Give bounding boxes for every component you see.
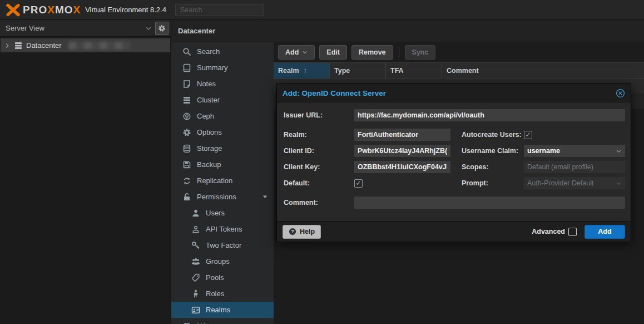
chevron-right-icon[interactable]	[4, 42, 11, 49]
add-button[interactable]: Add	[278, 45, 315, 60]
sidebar-item-two-factor[interactable]: Two Factor	[171, 237, 274, 253]
dialog-add-button[interactable]: Add	[584, 225, 625, 239]
chevron-down-icon	[302, 50, 308, 55]
advanced-checkbox[interactable]	[568, 228, 577, 236]
sidebar-item-backup[interactable]: Backup	[171, 156, 274, 173]
dialog-title: Add: OpenID Connect Server	[283, 89, 386, 97]
question-circle-icon	[289, 228, 296, 235]
dialog-field-grid: Realm: Autocreate Users: Client ID: User…	[284, 129, 625, 189]
issuer-url-row: Issuer URL:	[284, 109, 625, 121]
sync-button[interactable]: Sync	[405, 45, 436, 60]
unlock-icon	[182, 193, 191, 202]
toolbar-separator	[399, 47, 399, 57]
replication-icon	[182, 176, 191, 185]
prompt-label: Prompt:	[462, 179, 532, 187]
chevron-down-icon	[616, 148, 622, 154]
top-header: PROXMOX Virtual Environment 8.2.4	[0, 0, 644, 20]
client-id-label: Client ID:	[284, 147, 354, 155]
sidebar-item-ceph[interactable]: Ceph	[171, 108, 274, 124]
default-label: Default:	[284, 179, 354, 187]
backup-icon	[182, 160, 191, 169]
column-header-tfa[interactable]: TFA	[386, 63, 442, 78]
realms-toolbar: Add Edit Remove Sync	[274, 42, 644, 62]
advanced-label: Advanced	[532, 228, 565, 235]
sidebar-item-realms[interactable]: Realms	[171, 302, 274, 318]
storage-icon	[182, 144, 191, 153]
sidebar-item-permissions[interactable]: Permissions	[171, 189, 274, 205]
tree-item-label: Datacenter	[26, 41, 62, 50]
issuer-url-label: Issuer URL:	[284, 111, 354, 119]
redacted-node-name	[68, 42, 131, 50]
comment-row: Comment:	[284, 197, 625, 209]
close-icon[interactable]	[616, 89, 625, 98]
view-selector-label: Server View	[6, 24, 44, 32]
edit-button[interactable]: Edit	[319, 45, 347, 60]
autocreate-users-checkbox[interactable]	[524, 131, 532, 139]
user-o-icon	[191, 225, 200, 234]
username-claim-select[interactable]: username	[524, 145, 625, 157]
sidebar-item-options[interactable]: Options	[171, 124, 274, 140]
gear-icon	[182, 128, 191, 137]
scopes-label: Scopes:	[462, 163, 532, 171]
sidebar-item-ha[interactable]: HA	[171, 318, 274, 324]
datacenter-menu: SearchSummaryNotesClusterCephOptionsStor…	[171, 42, 274, 324]
datacenter-icon	[14, 41, 23, 50]
autocreate-users-label: Autocreate Users:	[462, 131, 532, 139]
tag-icon	[191, 273, 200, 282]
sidebar-item-search[interactable]: Search	[171, 43, 274, 60]
sidebar-item-users[interactable]: Users	[171, 205, 274, 221]
chevron-down-icon	[145, 25, 152, 32]
prompt-select[interactable]: Auth-Provider Default	[524, 177, 625, 189]
client-key-input[interactable]	[354, 161, 450, 173]
column-header-comment[interactable]: Comment	[442, 63, 644, 78]
remove-button[interactable]: Remove	[351, 45, 393, 60]
male-icon	[191, 289, 200, 298]
page-title: Datacenter	[178, 27, 215, 35]
left-panel: Server View Datacenter	[0, 20, 171, 324]
client-id-input[interactable]	[354, 145, 450, 157]
sidebar-item-api-tokens[interactable]: API Tokens	[171, 221, 274, 237]
ceph-icon	[182, 112, 191, 121]
tree-settings-button[interactable]	[155, 22, 169, 35]
view-selector[interactable]: Server View	[6, 22, 152, 35]
view-selector-bar: Server View	[0, 20, 171, 37]
username-claim-label: Username Claim:	[462, 147, 532, 155]
user-icon	[191, 209, 200, 218]
issuer-url-input[interactable]	[354, 109, 625, 121]
default-checkbox[interactable]	[354, 179, 363, 188]
column-header-type[interactable]: Type	[330, 63, 386, 78]
realm-label: Realm:	[284, 131, 354, 139]
caret-down-icon	[262, 194, 268, 200]
sidebar-item-pools[interactable]: Pools	[171, 269, 274, 286]
scopes-input[interactable]	[524, 161, 625, 173]
sidebar-item-summary[interactable]: Summary	[171, 60, 274, 76]
sidebar-item-storage[interactable]: Storage	[171, 140, 274, 156]
users-icon	[191, 257, 200, 266]
proxmox-x-icon	[6, 3, 21, 17]
note-icon	[182, 80, 191, 89]
sidebar-item-notes[interactable]: Notes	[171, 76, 274, 92]
sort-asc-arrow: ↑	[304, 67, 307, 75]
tree-item-datacenter[interactable]: Datacenter	[1, 38, 170, 52]
global-search-input[interactable]	[175, 4, 264, 16]
breadcrumb: Datacenter	[171, 20, 644, 42]
book-icon	[182, 63, 191, 72]
add-openid-dialog: Add: OpenID Connect Server Issuer URL: R…	[276, 84, 631, 242]
sidebar-item-cluster[interactable]: Cluster	[171, 92, 274, 108]
client-key-label: Client Key:	[284, 163, 354, 171]
column-header-realm[interactable]: Realm↑	[274, 63, 330, 78]
sidebar-item-replication[interactable]: Replication	[171, 173, 274, 189]
comment-label: Comment:	[284, 199, 354, 207]
realm-input[interactable]	[354, 129, 450, 141]
heart-icon	[182, 322, 191, 324]
key-icon	[191, 241, 200, 250]
dialog-titlebar[interactable]: Add: OpenID Connect Server	[277, 84, 631, 102]
sidebar-item-roles[interactable]: Roles	[171, 286, 274, 302]
dialog-body: Issuer URL: Realm: Autocreate Users: Cli…	[277, 102, 631, 221]
sidebar-item-groups[interactable]: Groups	[171, 253, 274, 269]
comment-input[interactable]	[354, 197, 625, 209]
proxmox-logo: PROXMOX	[6, 3, 81, 17]
search-icon	[182, 47, 191, 56]
help-button[interactable]: Help	[283, 225, 321, 239]
version-subtitle: Virtual Environment 8.2.4	[85, 6, 166, 14]
